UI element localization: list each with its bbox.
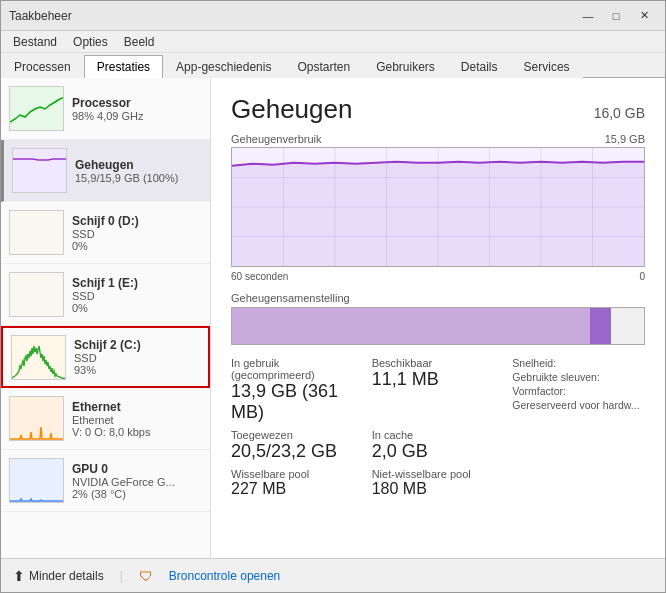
menu-bestand[interactable]: Bestand (5, 33, 65, 51)
composition-label: Geheugensamenstelling (231, 292, 645, 304)
gpu0-usage: 2% (38 °C) (72, 488, 202, 500)
stats-grid: In gebruik (gecomprimeerd) 13,9 GB (361 … (231, 357, 645, 498)
tab-details[interactable]: Details (448, 55, 511, 78)
main-header: Geheugen 16,0 GB (231, 94, 645, 125)
stat-niet-wisselbaar: Niet-wisselbare pool 180 MB (372, 468, 505, 498)
sidebar-info-gpu0: GPU 0 NVIDIA GeForce G... 2% (38 °C) (72, 462, 202, 500)
stat-in-gebruik: In gebruik (gecomprimeerd) 13,9 GB (361 … (231, 357, 364, 423)
ethernet-name: Ethernet (72, 400, 202, 414)
main-panel: Geheugen 16,0 GB Geheugenverbruik 15,9 G… (211, 78, 665, 558)
chevron-up-icon: ⬆ (13, 568, 25, 584)
ethernet-speed: V: 0 O: 8,0 kbps (72, 426, 202, 438)
svg-rect-4 (10, 397, 64, 441)
stat-in-cache-label: In cache (372, 429, 505, 441)
schijf0-usage: 0% (72, 240, 202, 252)
main-total: 16,0 GB (594, 105, 645, 121)
sidebar-thumb-processor (9, 86, 64, 131)
close-button[interactable]: ✕ (631, 6, 657, 26)
minder-details-button[interactable]: ⬆ Minder details (13, 568, 104, 584)
maximize-button[interactable]: □ (603, 6, 629, 26)
sidebar-item-geheugen[interactable]: Geheugen 15,9/15,9 GB (100%) (1, 140, 210, 202)
stat-beschikbaar-value: 11,1 MB (372, 369, 505, 390)
schijf2-type: SSD (74, 352, 200, 364)
svg-rect-5 (10, 459, 64, 503)
tab-services[interactable]: Services (511, 55, 583, 78)
gpu0-model: NVIDIA GeForce G... (72, 476, 202, 488)
svg-rect-1 (10, 211, 64, 255)
slots-label: Gebruikte sleuven: (512, 371, 645, 383)
stat-empty (512, 429, 645, 462)
time-left: 60 seconden (231, 271, 288, 282)
sidebar-info-processor: Processor 98% 4,09 GHz (72, 96, 202, 122)
svg-rect-3 (12, 336, 66, 380)
sidebar-info-geheugen: Geheugen 15,9/15,9 GB (100%) (75, 158, 202, 184)
sidebar-info-ethernet: Ethernet Ethernet V: 0 O: 8,0 kbps (72, 400, 202, 438)
sidebar-thumb-schijf2 (11, 335, 66, 380)
menu-opties[interactable]: Opties (65, 33, 116, 51)
chart-label: Geheugenverbruik 15,9 GB (231, 133, 645, 145)
composition-bar (231, 307, 645, 345)
sidebar-info-schijf0: Schijf 0 (D:) SSD 0% (72, 214, 202, 252)
sidebar-item-schijf2[interactable]: Schijf 2 (C:) SSD 93% (1, 326, 210, 388)
stat-empty2 (512, 468, 645, 498)
schijf1-type: SSD (72, 290, 202, 302)
stat-wisselbaar-label: Wisselbare pool (231, 468, 364, 480)
stat-speed-col: Snelheid: Gebruikte sleuven: Vormfactor:… (512, 357, 645, 423)
menu-beeld[interactable]: Beeld (116, 33, 163, 51)
sidebar-thumb-ethernet (9, 396, 64, 441)
tab-app-geschiedenis[interactable]: App-geschiedenis (163, 55, 284, 78)
sidebar-thumb-geheugen (12, 148, 67, 193)
stat-beschikbaar: Beschikbaar 11,1 MB (372, 357, 505, 423)
speed-label: Snelheid: (512, 357, 645, 369)
sidebar-item-processor[interactable]: Processor 98% 4,09 GHz (1, 78, 210, 140)
content-area: Processor 98% 4,09 GHz Geheugen 15,9/15,… (1, 78, 665, 558)
stat-wisselbaar: Wisselbare pool 227 MB (231, 468, 364, 498)
separator: | (120, 569, 123, 583)
minder-details-label: Minder details (29, 569, 104, 583)
sidebar-item-schijf1[interactable]: Schijf 1 (E:) SSD 0% (1, 264, 210, 326)
stat-niet-wisselbaar-label: Niet-wisselbare pool (372, 468, 505, 480)
main-window: Taakbeheer — □ ✕ Bestand Opties Beeld Pr… (0, 0, 666, 593)
tab-opstarten[interactable]: Opstarten (284, 55, 363, 78)
main-title: Geheugen (231, 94, 352, 125)
geheugen-name: Geheugen (75, 158, 202, 172)
sidebar-info-schijf1: Schijf 1 (E:) SSD 0% (72, 276, 202, 314)
tab-prestaties[interactable]: Prestaties (84, 55, 163, 78)
svg-rect-2 (10, 273, 64, 317)
form-label: Vormfactor: (512, 385, 645, 397)
stat-in-cache-value: 2,0 GB (372, 441, 505, 462)
schijf1-name: Schijf 1 (E:) (72, 276, 202, 290)
sidebar-item-schijf0[interactable]: Schijf 0 (D:) SSD 0% (1, 202, 210, 264)
svg-marker-16 (232, 162, 644, 266)
sidebar-item-ethernet[interactable]: Ethernet Ethernet V: 0 O: 8,0 kbps (1, 388, 210, 450)
stat-toegewezen-label: Toegewezen (231, 429, 364, 441)
hw-label: Gereserveerd voor hardw... (512, 399, 645, 411)
svg-rect-0 (13, 149, 67, 193)
sidebar-item-gpu0[interactable]: GPU 0 NVIDIA GeForce G... 2% (38 °C) (1, 450, 210, 512)
tab-gebruikers[interactable]: Gebruikers (363, 55, 448, 78)
chart-label-text: Geheugenverbruik (231, 133, 322, 145)
title-bar: Taakbeheer — □ ✕ (1, 1, 665, 31)
composition-used (232, 308, 590, 344)
gpu0-name: GPU 0 (72, 462, 202, 476)
sidebar: Processor 98% 4,09 GHz Geheugen 15,9/15,… (1, 78, 211, 558)
tab-bar: Processen Prestaties App-geschiedenis Op… (1, 53, 665, 78)
processor-usage: 98% 4,09 GHz (72, 110, 202, 122)
stat-niet-wisselbaar-value: 180 MB (372, 480, 505, 498)
stat-in-gebruik-value: 13,9 GB (361 MB) (231, 381, 364, 423)
schijf1-usage: 0% (72, 302, 202, 314)
stat-in-cache: In cache 2,0 GB (372, 429, 505, 462)
menu-bar: Bestand Opties Beeld (1, 31, 665, 53)
geheugen-usage: 15,9/15,9 GB (100%) (75, 172, 202, 184)
window-controls: — □ ✕ (575, 6, 657, 26)
memory-chart-svg (232, 148, 644, 266)
broncontrole-link[interactable]: Broncontrole openen (169, 569, 280, 583)
stat-wisselbaar-value: 227 MB (231, 480, 364, 498)
ethernet-type: Ethernet (72, 414, 202, 426)
processor-name: Processor (72, 96, 202, 110)
chart-max-label: 15,9 GB (605, 133, 645, 145)
minimize-button[interactable]: — (575, 6, 601, 26)
shield-icon: 🛡 (139, 568, 153, 584)
chart-timeline: 60 seconden 0 (231, 271, 645, 282)
tab-processen[interactable]: Processen (1, 55, 84, 78)
